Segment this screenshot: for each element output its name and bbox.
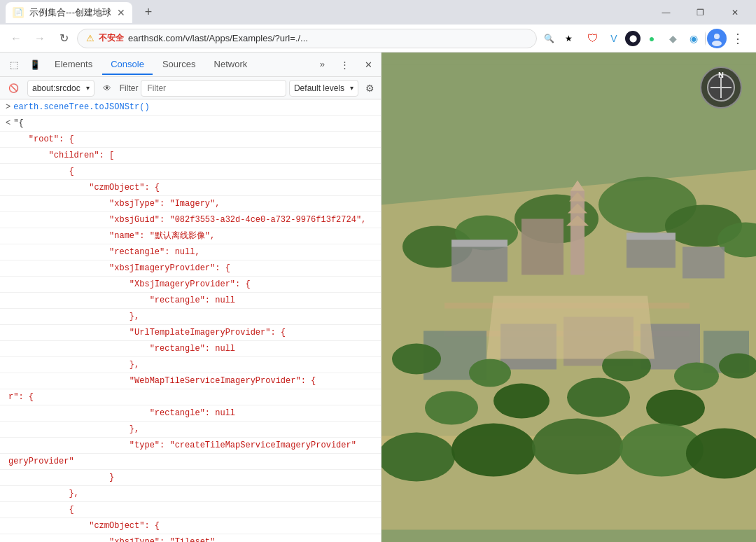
console-prompt-2: < xyxy=(6,117,10,130)
console-line-13: "rectangle": null xyxy=(0,293,381,309)
log-levels-selector[interactable]: Default levels ▾ xyxy=(289,80,358,97)
svg-point-31 xyxy=(674,363,719,391)
svg-rect-21 xyxy=(626,233,676,240)
console-line-1: > earth.sceneTree.toJSONStr() xyxy=(0,99,381,116)
forward-button[interactable]: → xyxy=(29,28,50,49)
security-warning-icon: ⚠ xyxy=(86,33,94,43)
console-line-8: "xbsjGuid": "082f3553-a32d-4ce0-a732-997… xyxy=(0,212,381,228)
console-output-24: { xyxy=(8,503,375,516)
console-output-18b: r": { xyxy=(8,391,375,403)
context-arrow: ▾ xyxy=(86,84,90,92)
ext-vpn-icon[interactable]: V xyxy=(604,29,624,48)
console-line-18b: r": { xyxy=(0,389,381,405)
clear-icon: 🚫 xyxy=(8,83,19,93)
close-button[interactable]: ✕ xyxy=(719,2,750,23)
console-output[interactable]: > earth.sceneTree.toJSONStr() < "{ "root… xyxy=(0,99,381,542)
inspect-element-button[interactable]: ⬚ xyxy=(4,55,24,74)
console-line-25: "czmObject": { xyxy=(0,518,381,534)
console-line-26: "xbsjType": "Tileset", xyxy=(0,534,381,542)
browser-menu-button[interactable]: ⋮ xyxy=(728,29,748,48)
tab-network[interactable]: Network xyxy=(206,54,256,75)
console-line-9: "name": "默认离线影像", xyxy=(0,228,381,244)
levels-value: Default levels xyxy=(294,83,344,93)
console-line-21b: geryProvider" xyxy=(0,454,381,470)
devtools-settings-button[interactable]: ⋮ xyxy=(335,55,354,74)
console-toolbar: 🚫 about:srcdoc ▾ 👁 Filter Default levels… xyxy=(0,77,381,99)
console-output-22: } xyxy=(8,471,375,484)
ext-dark-icon[interactable]: ⬤ xyxy=(625,31,640,46)
window-controls: — ❐ ✕ xyxy=(650,2,750,23)
console-output-4: "children": [ xyxy=(8,149,375,162)
bookmark-icon[interactable]: ★ xyxy=(559,29,578,48)
url-text: earthsdk.com/v/last/Apps/Examples/?url=.… xyxy=(128,33,308,43)
console-line-14: }, xyxy=(0,309,381,325)
console-output-3: "root": { xyxy=(8,133,375,146)
console-output-9: "name": "默认离线影像", xyxy=(8,230,375,242)
reload-button[interactable]: ↻ xyxy=(53,28,74,49)
address-bar[interactable]: ⚠ 不安全 earthsdk.com/v/last/Apps/Examples/… xyxy=(77,29,537,48)
console-output-11: "xbsjImageryProvider": { xyxy=(8,262,375,275)
tab-console[interactable]: Console xyxy=(102,54,153,75)
console-output-15: "UrlTemplateImageryProvider": { xyxy=(8,326,375,339)
console-line-22: } xyxy=(0,470,381,486)
ext-shield-icon[interactable]: 🛡 xyxy=(583,29,603,48)
back-button[interactable]: ← xyxy=(6,28,27,49)
ext-green-icon[interactable]: ● xyxy=(642,29,662,48)
compass: N xyxy=(700,67,742,109)
console-output-5: { xyxy=(8,165,375,178)
console-settings-button[interactable]: ⚙ xyxy=(361,80,378,97)
devtools-close-button[interactable]: ✕ xyxy=(358,55,378,74)
minimize-button[interactable]: — xyxy=(650,2,682,23)
console-line-20: }, xyxy=(0,422,381,438)
ext-grey-icon[interactable]: ◆ xyxy=(663,29,682,48)
console-line-11: "xbsjImageryProvider": { xyxy=(0,260,381,277)
console-output-23: }, xyxy=(8,487,375,500)
console-line-10: "rectangle": null, xyxy=(0,244,381,260)
context-selector[interactable]: about:srcdoc ▾ xyxy=(27,80,94,97)
filter-label: Filter xyxy=(120,83,139,93)
gear-icon: ⚙ xyxy=(365,83,374,94)
console-output-21: "type": "createTileMapServiceImageryProv… xyxy=(8,439,375,452)
extension-icons: 🛡 V ⬤ ● ◆ ◉ ⋮ xyxy=(580,29,750,48)
console-line-17: }, xyxy=(0,357,381,373)
svg-point-0 xyxy=(714,34,720,39)
console-output-21b: geryProvider" xyxy=(8,455,375,468)
filter-input[interactable] xyxy=(141,80,286,97)
console-line-3: "root": { xyxy=(0,132,381,148)
device-mode-button[interactable]: 📱 xyxy=(25,55,45,74)
console-line-6: "czmObject": { xyxy=(0,180,381,196)
address-bar-actions: 🔍 ★ xyxy=(540,29,578,48)
console-line-7: "xbsjType": "Imagery", xyxy=(0,196,381,212)
clear-console-button[interactable]: 🚫 xyxy=(3,80,24,97)
active-tab: 📄 示例集合---创建地球 ✕ xyxy=(6,2,132,23)
restore-button[interactable]: ❐ xyxy=(685,2,716,23)
compass-ring xyxy=(707,74,735,102)
3d-viewport[interactable]: N xyxy=(382,53,756,542)
svg-point-36 xyxy=(425,391,478,425)
console-line-4: "children": [ xyxy=(0,148,381,164)
title-bar: 📄 示例集合---创建地球 ✕ + — ❐ ✕ xyxy=(0,0,756,25)
console-line-15: "UrlTemplateImageryProvider": { xyxy=(0,325,381,341)
eye-button[interactable]: 👁 xyxy=(97,80,117,97)
console-output-12: "XbsjImageryProvider": { xyxy=(8,278,375,291)
console-line-21: "type": "createTileMapServiceImageryProv… xyxy=(0,438,381,454)
search-icon[interactable]: 🔍 xyxy=(540,29,558,48)
new-tab-button[interactable]: + xyxy=(138,2,159,23)
tab-title: 示例集合---创建地球 xyxy=(29,6,111,19)
security-warning-text: 不安全 xyxy=(99,32,124,44)
tab-sources[interactable]: Sources xyxy=(154,54,204,75)
user-avatar[interactable] xyxy=(707,29,727,48)
levels-arrow: ▾ xyxy=(350,84,354,92)
ext-blue-icon[interactable]: ◉ xyxy=(684,29,704,48)
devtools-more-tabs[interactable]: » xyxy=(312,54,333,75)
console-line-19: "rectangle": null xyxy=(0,405,381,422)
console-command-1: earth.sceneTree.toJSONStr() xyxy=(13,101,375,113)
console-output-20: }, xyxy=(8,423,375,436)
nav-bar: ← → ↻ ⚠ 不安全 earthsdk.com/v/last/Apps/Exa… xyxy=(0,25,756,53)
tab-favicon: 📄 xyxy=(13,7,24,18)
tab-elements[interactable]: Elements xyxy=(46,54,101,75)
console-output-8: "xbsjGuid": "082f3553-a32d-4ce0-a732-997… xyxy=(8,214,375,226)
tab-close-button[interactable]: ✕ xyxy=(117,7,125,18)
eye-icon: 👁 xyxy=(103,83,111,93)
console-output-26: "xbsjType": "Tileset", xyxy=(8,536,375,542)
